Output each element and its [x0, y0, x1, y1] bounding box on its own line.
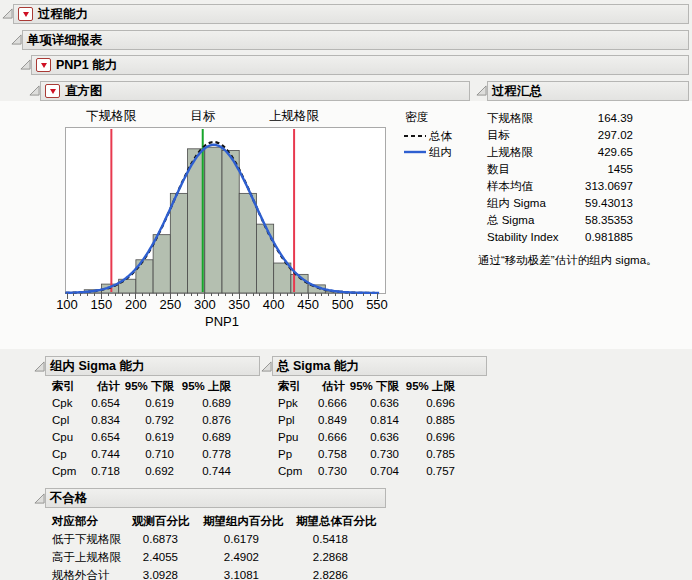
summary-label: Stability Index: [487, 229, 575, 246]
summary-row: Stability Index0.981885: [487, 229, 633, 246]
cell: 0.849: [318, 412, 345, 429]
histogram-plot[interactable]: 下规格限目标上规格限100150200250300350400450500550…: [30, 103, 470, 333]
outline-bar-within-sigma-capability[interactable]: 组内 Sigma 能力: [45, 356, 260, 376]
outline-bar-process-summary[interactable]: 过程汇总: [487, 81, 689, 101]
cell: 0.689: [174, 395, 231, 412]
column-header: 95% 下限: [345, 378, 399, 395]
axis-tick-label[interactable]: 300: [194, 297, 216, 312]
outline-bar-individual-detail-reports[interactable]: 单项详细报表: [22, 30, 689, 50]
summary-label: 总 Sigma: [487, 212, 575, 229]
column-header: 95% 上限: [399, 378, 455, 395]
disclosure-icon[interactable]: [34, 361, 45, 372]
column-header: 95% 上限: [174, 378, 231, 395]
summary-value: 297.02: [575, 127, 633, 144]
column-header: 对应部分: [52, 512, 132, 530]
nonconformance-table: 低于下规格限0.68730.61790.5418高于上规格限2.40552.49…: [52, 530, 348, 580]
table-row: Ppu0.6660.6360.696: [278, 429, 455, 446]
outline-bar-pnp1-capability[interactable]: PNP1 能力: [31, 55, 689, 75]
axis-tick-label[interactable]: 250: [159, 297, 181, 312]
summary-row: 总 Sigma58.35353: [487, 212, 633, 229]
table-row: Cpk0.6540.6190.689: [52, 395, 231, 412]
sigma-estimation-footnote: 通过“移动极差”估计的组内 sigma。: [478, 253, 658, 268]
axis-tick-label[interactable]: 500: [332, 297, 354, 312]
cell: 3.0928: [130, 566, 178, 580]
cell: 规格外合计: [52, 566, 130, 580]
cell: 0.666: [318, 395, 345, 412]
red-triangle-menu-icon[interactable]: [18, 7, 33, 21]
cell: 0.5418: [259, 530, 348, 548]
cell: 0.785: [399, 446, 455, 463]
outline-title: 直方图: [65, 83, 103, 100]
reference-line-label: 目标: [190, 109, 216, 123]
legend-title: 密度: [405, 111, 429, 123]
axis-tick-label[interactable]: 200: [125, 297, 147, 312]
cell: Pp: [278, 446, 318, 463]
cell: 0.710: [120, 446, 174, 463]
table-header-row: 索引估计95% 下限95% 上限: [52, 378, 231, 395]
reference-line-label: 下规格限: [86, 109, 137, 123]
cell: 0.757: [399, 463, 455, 480]
outline-bar-overall-sigma-capability[interactable]: 总 Sigma 能力: [272, 356, 487, 376]
summary-label: 下规格限: [487, 110, 575, 127]
cell: 高于上规格限: [52, 548, 130, 566]
summary-value: 164.39: [575, 110, 633, 127]
histogram-bar: [205, 147, 222, 293]
column-header: 期望总体百分比: [296, 512, 386, 530]
table-row: Pp0.7580.7300.785: [278, 446, 455, 463]
summary-value: 313.0697: [575, 178, 633, 195]
outline-title: 总 Sigma 能力: [277, 358, 359, 375]
summary-value: 1455: [575, 161, 633, 178]
cell: 0.744: [174, 463, 231, 480]
axis-tick-label[interactable]: 400: [263, 297, 285, 312]
cell: 0.704: [345, 463, 399, 480]
red-triangle-menu-icon[interactable]: [45, 84, 60, 98]
reference-line-label: 上规格限: [269, 109, 320, 123]
cell: 0.6179: [178, 530, 259, 548]
table-header-row: 对应部分观测百分比期望组内百分比期望总体百分比: [52, 512, 386, 530]
disclosure-icon[interactable]: [11, 34, 22, 45]
axis-tick-label[interactable]: 350: [228, 297, 250, 312]
nonconformance-table-header: 对应部分观测百分比期望组内百分比期望总体百分比: [52, 512, 386, 530]
red-triangle-menu-icon[interactable]: [36, 58, 51, 72]
cell: 0.834: [90, 412, 120, 429]
cell: 2.4902: [178, 548, 259, 566]
cell: 0.814: [345, 412, 399, 429]
table-row: 规格外合计3.09283.10812.8286: [52, 566, 348, 580]
summary-row: 样本均值313.0697: [487, 178, 633, 195]
axis-tick-label[interactable]: 150: [91, 297, 113, 312]
disclosure-icon[interactable]: [34, 493, 45, 504]
disclosure-icon[interactable]: [476, 85, 487, 96]
cell: Cpk: [52, 395, 90, 412]
column-header: 期望组内百分比: [203, 512, 296, 530]
overall-sigma-capability-table: 索引估计95% 下限95% 上限Ppk0.6660.6360.696Ppl0.8…: [278, 378, 455, 480]
outline-title: 不合格: [50, 490, 88, 507]
outline-bar-process-capability[interactable]: 过程能力: [13, 4, 689, 24]
outline-bar-histogram[interactable]: 直方图: [40, 81, 470, 101]
column-header: 估计: [318, 378, 345, 395]
outline-title: 单项详细报表: [27, 32, 102, 49]
axis-tick-label[interactable]: 550: [366, 297, 388, 312]
axis-tick-label[interactable]: 100: [56, 297, 78, 312]
cell: 0.666: [318, 429, 345, 446]
table-row: 低于下规格限0.68730.61790.5418: [52, 530, 348, 548]
table-row: Cpm0.7300.7040.757: [278, 463, 455, 480]
cell: 0.654: [90, 429, 120, 446]
process-summary-list: 下规格限164.39目标297.02上规格限429.65数目1455样本均值31…: [487, 110, 633, 246]
disclosure-icon[interactable]: [20, 59, 31, 70]
disclosure-icon[interactable]: [29, 85, 40, 96]
outline-title: PNP1 能力: [56, 57, 117, 74]
cell: Cpm: [52, 463, 90, 480]
cell: Ppk: [278, 395, 318, 412]
jmp-report-window: { "outline": { "l1": "过程能力", "l2": "单项详细…: [0, 0, 692, 580]
cell: 0.636: [345, 395, 399, 412]
axis-tick-label[interactable]: 450: [297, 297, 319, 312]
x-axis-title[interactable]: PNP1: [205, 314, 239, 329]
outline-bar-nonconformance[interactable]: 不合格: [45, 488, 386, 508]
histogram-bar: [153, 235, 170, 293]
cell: 0.6873: [130, 530, 178, 548]
disclosure-icon[interactable]: [2, 8, 13, 19]
disclosure-icon[interactable]: [261, 361, 272, 372]
cell: 0.744: [90, 446, 120, 463]
cell: 2.8286: [259, 566, 348, 580]
cell: 0.718: [90, 463, 120, 480]
